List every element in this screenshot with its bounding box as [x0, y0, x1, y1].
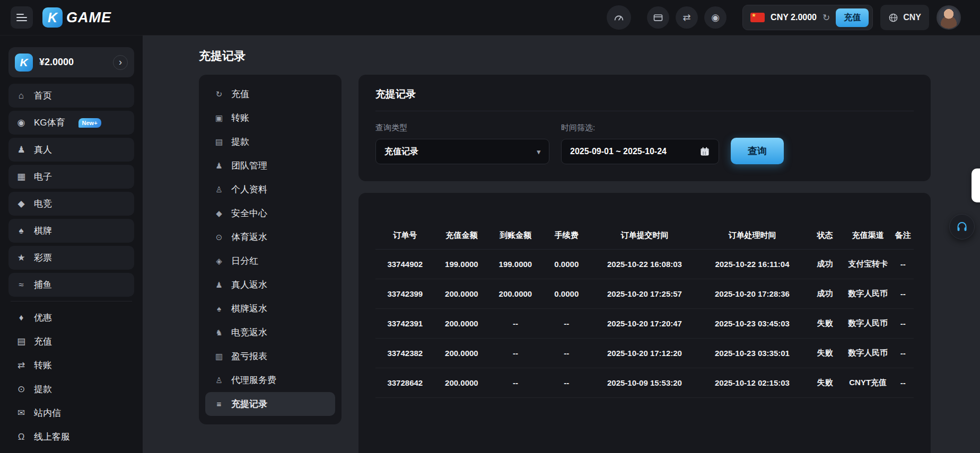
table-body: 33744902199.0000199.00000.00002025-10-22…: [375, 249, 914, 397]
table-header-cell: 订单号: [375, 223, 435, 249]
search-button[interactable]: 查询: [731, 138, 784, 164]
table-cell: --: [542, 368, 591, 397]
sidebar-item-esports[interactable]: ◆电竞: [8, 192, 134, 216]
sidebar-item-label: 线上客服: [34, 431, 70, 443]
sidebar-item-lottery[interactable]: ★彩票: [8, 246, 134, 270]
table-row: 33742391200.0000----2025-10-20 17:20:472…: [375, 308, 914, 338]
sidebar-item-deposit[interactable]: ▤充值: [8, 330, 134, 353]
table-cell: 数字人民币: [844, 308, 892, 338]
bank-card-icon[interactable]: [647, 6, 669, 29]
wallet-balance-text: CNY 2.0000: [771, 13, 817, 22]
logo-text: GAME: [66, 10, 111, 26]
sidebar-item-label: 真人: [34, 144, 52, 156]
table-cell: 支付宝转卡: [844, 249, 892, 279]
table-cell: --: [892, 249, 914, 279]
support-float-button[interactable]: [949, 214, 975, 239]
sidebar-item-transfer[interactable]: ⇄转账: [8, 353, 134, 377]
disc-icon[interactable]: ◉: [704, 6, 727, 29]
date-range-input[interactable]: 2025-09-01 ~ 2025-10-24: [561, 139, 719, 164]
table-header-cell: 备注: [892, 223, 914, 249]
sidebar-item-promo[interactable]: ♦优惠: [8, 306, 134, 330]
exchange-arrows-icon: ⇄: [683, 13, 691, 22]
table-cell: --: [892, 338, 914, 368]
sidebar-item-live-casino[interactable]: ♟真人: [8, 138, 134, 162]
kgame-logo[interactable]: K GAME: [42, 7, 111, 28]
submenu-item-esports-rebate[interactable]: ♞电竞返水: [205, 321, 335, 344]
flag-star-icon: ★: [751, 12, 756, 18]
gauge-icon[interactable]: [607, 5, 631, 30]
sidebar-item-label: 充值: [34, 335, 52, 348]
table-cell: --: [892, 308, 914, 338]
table-cell: --: [542, 338, 591, 368]
submenu-item-deposit[interactable]: ↻充值: [205, 82, 335, 106]
table-cell: --: [488, 368, 542, 397]
header-deposit-button[interactable]: 充值: [836, 8, 869, 27]
submenu-item-daily-dividend[interactable]: ◈日分红: [205, 249, 335, 273]
sidebar-item-support[interactable]: Ω线上客服: [8, 425, 134, 449]
table-cell: --: [892, 279, 914, 308]
table-cell: 2025-10-20 17:25:57: [591, 279, 698, 308]
table-header-cell: 订单提交时间: [591, 223, 698, 249]
wallet-card[interactable]: K ¥2.0000 ›: [8, 47, 134, 77]
records-table: 订单号充值金额到账金额手续费订单提交时间订单处理时间状态充值渠道备注 33744…: [375, 223, 914, 398]
exchange-icon[interactable]: ⇄: [676, 6, 698, 29]
table-cell: 2025-10-22 16:11:04: [698, 249, 806, 279]
records-icon: ≡: [214, 399, 224, 408]
slots-icon: ▦: [15, 171, 27, 182]
filter-card: 充提记录 查询类型 充值记录 ▾ 时间筛选: 2025-09-01 ~ 2025…: [358, 75, 931, 181]
sidebar-item-label: 电竞: [34, 198, 52, 210]
submenu-item-records[interactable]: ≡充提记录: [205, 392, 335, 416]
user-avatar[interactable]: [937, 5, 961, 30]
submenu-item-withdraw[interactable]: ▤提款: [205, 130, 335, 154]
agent-fee-icon: ♙: [214, 376, 224, 385]
sidebar-item-label: 转账: [34, 359, 52, 371]
sports-rebate-icon: ⊙: [214, 233, 224, 242]
language-selector[interactable]: CNY: [880, 5, 929, 30]
table-cell: 2025-10-22 16:08:03: [591, 249, 698, 279]
table-cell: 33742399: [375, 279, 435, 308]
table-cell: 失败: [806, 308, 844, 338]
submenu-item-sports-rebate[interactable]: ⊙体育返水: [205, 225, 335, 249]
sidebar-item-home[interactable]: ⌂首页: [8, 84, 134, 108]
sidebar-item-mail[interactable]: ✉站内信: [8, 401, 134, 425]
calendar-icon[interactable]: [699, 146, 710, 157]
table-cell: 33728642: [375, 368, 435, 397]
sidebar-item-chess[interactable]: ♠棋牌: [8, 219, 134, 243]
sidebar-item-fishing[interactable]: ≈捕鱼: [8, 273, 134, 297]
record-type-value: 充值记录: [384, 146, 418, 157]
sidebar-item-label: 提款: [34, 383, 52, 395]
submenu-item-transfer[interactable]: ▣转账: [205, 106, 335, 130]
submenu-item-label: 团队管理: [231, 159, 267, 172]
submenu-item-security-center[interactable]: ◆安全中心: [205, 201, 335, 225]
withdraw-icon: ⊙: [15, 384, 27, 395]
submenu-item-profile[interactable]: ♙个人资料: [205, 177, 335, 201]
submenu-item-team-manage[interactable]: ♟团队管理: [205, 154, 335, 177]
language-label: CNY: [903, 13, 921, 22]
sidebar-item-slots[interactable]: ▦电子: [8, 165, 134, 189]
withdraw-icon: ▤: [214, 137, 224, 147]
wallet-currency-selector[interactable]: ★ CNY 2.0000 ↻ 充值: [742, 5, 873, 30]
sidebar-item-withdraw[interactable]: ⊙提款: [8, 377, 134, 401]
type-filter-label: 查询类型: [375, 123, 549, 133]
table-cell: 2025-10-09 15:53:20: [591, 368, 698, 397]
drawer-handle[interactable]: [972, 168, 980, 202]
submenu-item-pl-report[interactable]: ▥盈亏报表: [205, 344, 335, 368]
top-header: K GAME ⇄ ◉ ★ CNY 2.0000 ↻ 充值: [0, 0, 980, 35]
submenu-item-live-rebate[interactable]: ♟真人返水: [205, 273, 335, 297]
record-type-select[interactable]: 充值记录 ▾: [375, 139, 549, 164]
sidebar: K ¥2.0000 › ⌂首页◉KG体育New+♟真人▦电子◆电竞♠棋牌★彩票≈…: [0, 35, 143, 453]
refresh-icon[interactable]: ↻: [822, 12, 830, 23]
submenu-item-label: 个人资料: [231, 183, 267, 196]
submenu-item-chess-rebate[interactable]: ♠棋牌返水: [205, 297, 335, 321]
sports-icon: ◉: [15, 117, 27, 128]
chevron-right-icon[interactable]: ›: [113, 55, 128, 70]
table-cell: 199.0000: [435, 249, 489, 279]
menu-icon[interactable]: [11, 6, 33, 29]
globe-icon: [888, 13, 898, 23]
table-row: 33728642200.0000----2025-10-09 15:53:202…: [375, 368, 914, 397]
records-section: 充提记录 查询类型 充值记录 ▾ 时间筛选: 2025-09-01 ~ 2025…: [358, 75, 931, 453]
filter-row: 查询类型 充值记录 ▾ 时间筛选: 2025-09-01 ~ 2025-10-2…: [375, 123, 914, 164]
sidebar-item-sports[interactable]: ◉KG体育New+: [8, 111, 134, 135]
table-cell: 200.0000: [435, 368, 489, 397]
submenu-item-agent-fee[interactable]: ♙代理服务费: [205, 368, 335, 392]
